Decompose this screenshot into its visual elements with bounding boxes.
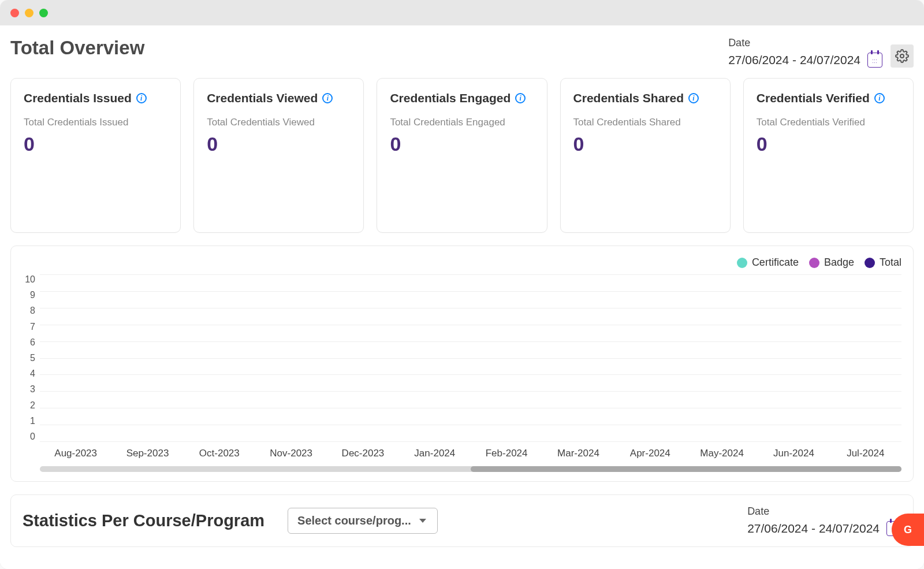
legend-label: Badge	[824, 256, 854, 269]
stats-section-title: Statistics Per Course/Program	[23, 511, 264, 530]
stat-card: Credentials Issued i Total Credentials I…	[10, 78, 181, 233]
page-title: Total Overview	[10, 37, 144, 59]
chart-panel: CertificateBadgeTotal 109876543210 Aug-2…	[10, 246, 914, 482]
chart-plot-area	[40, 274, 901, 442]
y-tick-label: 3	[30, 384, 35, 395]
x-tick-label: Nov-2023	[255, 448, 327, 459]
course-program-select[interactable]: Select course/prog...	[288, 508, 438, 534]
g2-badge-label: G	[904, 524, 912, 536]
date-label: Date	[728, 37, 882, 49]
chevron-down-icon	[419, 519, 426, 523]
x-tick-label: Jul-2024	[830, 448, 901, 459]
stat-card: Credentials Engaged i Total Credentials …	[377, 78, 547, 233]
window-maximize-button[interactable]	[39, 9, 48, 17]
y-tick-label: 0	[30, 432, 35, 442]
info-icon[interactable]: i	[874, 93, 885, 103]
calendar-icon[interactable]: ······	[867, 53, 882, 68]
stats-date-label: Date	[747, 505, 901, 518]
y-tick-label: 8	[30, 306, 35, 316]
y-tick-label: 9	[30, 290, 35, 300]
info-icon[interactable]: i	[136, 93, 147, 103]
x-tick-label: Oct-2023	[184, 448, 255, 459]
x-tick-label: May-2024	[686, 448, 758, 459]
stat-card: Credentials Shared i Total Credentials S…	[560, 78, 731, 233]
legend-item[interactable]: Total	[865, 256, 901, 269]
card-subtitle: Total Credentials Issued	[24, 117, 167, 128]
window-titlebar	[0, 0, 924, 25]
card-subtitle: Total Credentials Shared	[573, 117, 717, 128]
legend-swatch	[809, 258, 819, 268]
x-tick-label: Feb-2024	[471, 448, 542, 459]
card-value: 0	[390, 133, 534, 155]
card-value: 0	[573, 133, 717, 155]
y-tick-label: 5	[30, 353, 35, 363]
card-value: 0	[757, 133, 900, 155]
y-tick-label: 4	[30, 369, 35, 379]
card-title: Credentials Engaged	[390, 91, 511, 105]
date-range-value: 27/06/2024 - 24/07/2024	[728, 53, 860, 67]
card-title: Credentials Shared	[573, 91, 684, 105]
y-tick-label: 10	[25, 274, 35, 285]
y-tick-label: 6	[30, 337, 35, 348]
svg-point-0	[900, 54, 904, 58]
gear-icon	[895, 49, 909, 63]
stat-card: Credentials Viewed i Total Credentials V…	[193, 78, 364, 233]
x-tick-label: Aug-2023	[40, 448, 111, 459]
card-title: Credentials Issued	[24, 91, 132, 105]
chart-scrollbar[interactable]	[40, 466, 901, 472]
card-title: Credentials Viewed	[207, 91, 318, 105]
info-icon[interactable]: i	[515, 93, 526, 103]
x-tick-label: Apr-2024	[614, 448, 686, 459]
card-title: Credentials Verified	[757, 91, 870, 105]
legend-item[interactable]: Certificate	[737, 256, 799, 269]
legend-swatch	[865, 258, 875, 268]
x-tick-label: Mar-2024	[542, 448, 614, 459]
card-value: 0	[24, 133, 167, 155]
window-close-button[interactable]	[10, 9, 19, 17]
stats-per-course-panel: Statistics Per Course/Program Select cou…	[10, 494, 914, 547]
card-subtitle: Total Credentials Engaged	[390, 117, 534, 128]
g2-badge[interactable]: G	[892, 514, 924, 546]
y-tick-label: 1	[30, 416, 35, 426]
chart-scrollbar-thumb[interactable]	[471, 466, 901, 472]
stats-date-range-value: 27/06/2024 - 24/07/2024	[747, 522, 880, 535]
legend-label: Total	[880, 256, 901, 269]
stat-card: Credentials Verified i Total Credentials…	[743, 78, 914, 233]
x-tick-label: Dec-2023	[327, 448, 398, 459]
legend-item[interactable]: Badge	[809, 256, 854, 269]
info-icon[interactable]: i	[322, 93, 333, 103]
info-icon[interactable]: i	[688, 93, 699, 103]
card-subtitle: Total Credentials Viewed	[207, 117, 351, 128]
legend-swatch	[737, 258, 747, 268]
y-tick-label: 2	[30, 400, 35, 411]
x-tick-label: Sep-2023	[111, 448, 183, 459]
settings-button[interactable]	[891, 44, 914, 68]
select-placeholder: Select course/prog...	[297, 514, 411, 527]
card-value: 0	[207, 133, 351, 155]
window-minimize-button[interactable]	[25, 9, 33, 17]
card-subtitle: Total Credentials Verified	[757, 117, 900, 128]
legend-label: Certificate	[752, 256, 799, 269]
x-tick-label: Jan-2024	[399, 448, 471, 459]
y-tick-label: 7	[30, 322, 35, 332]
x-tick-label: Jun-2024	[758, 448, 829, 459]
